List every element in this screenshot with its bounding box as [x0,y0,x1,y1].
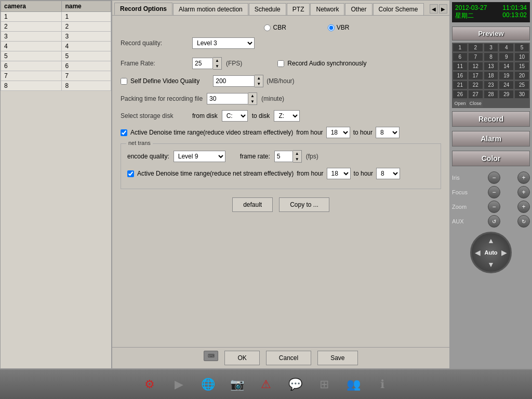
play-icon[interactable]: ▶ [169,375,188,394]
vbr-radio[interactable] [328,24,335,31]
self-define-spinbox[interactable]: ▲ ▼ [213,75,263,87]
denoise2-checkbox[interactable] [127,170,134,177]
joystick-right[interactable]: ▶ [501,248,507,257]
self-define-input[interactable] [213,75,255,87]
frame-rate-down[interactable]: ▼ [213,63,221,69]
cam-cell[interactable]: 2 [468,43,483,52]
table-row[interactable]: 22 [1,22,111,32]
from-disk-select[interactable]: C:D:E: [222,110,248,122]
frame-rate2-input[interactable] [274,151,293,162]
cam-cell[interactable]: 12 [468,62,483,71]
cam-cell[interactable]: 30 [514,90,529,99]
cam-cell[interactable]: 23 [484,81,499,89]
cam-cell[interactable]: 21 [453,81,468,89]
default-button[interactable]: default [232,197,273,212]
ok-button[interactable]: OK [224,351,259,365]
aux-left-button[interactable]: ↺ [488,215,500,228]
frame-rate2-up[interactable]: ▲ [293,151,301,156]
warning-icon[interactable]: ⚠ [257,375,275,394]
cam-cell[interactable]: 20 [514,71,529,80]
info-icon[interactable]: ℹ [373,375,392,394]
packing-time-input[interactable] [207,93,248,104]
cam-cell[interactable]: 7 [468,52,483,61]
vbr-option[interactable]: VBR [328,24,350,31]
cam-cell[interactable]: 26 [453,90,468,99]
tab-record-options[interactable]: Record Options [114,3,172,15]
people-icon[interactable]: 👥 [344,375,363,394]
packing-time-up[interactable]: ▲ [248,93,257,99]
cam-close-button[interactable]: Close [468,99,483,108]
tab-schedule[interactable]: Schedule [249,3,286,15]
settings-icon[interactable]: ⚙ [140,375,159,394]
grid-icon[interactable]: ⊞ [315,375,334,394]
cancel-button[interactable]: Cancel [266,351,311,365]
joystick-down[interactable]: ▼ [487,260,495,269]
record-quality-select[interactable]: Level 3 Level 1 Level 2 Level 4 Level 5 [192,37,255,49]
packing-time-spinbox[interactable]: ▲ ▼ [207,92,257,105]
denoise1-to-select[interactable]: 80612 [376,127,400,138]
cam-cell[interactable]: 24 [499,81,514,89]
tab-other[interactable]: Other [345,3,372,15]
cam-cell[interactable]: 8 [484,52,499,61]
tab-color-scheme[interactable]: Color Scheme [373,3,424,15]
cam-cell[interactable]: 19 [499,71,514,80]
cam-cell[interactable]: 27 [468,90,483,99]
joystick[interactable]: ▲ ▼ ◀ ▶ Auto [470,232,512,273]
table-row[interactable]: 77 [1,71,111,81]
record-audio-checkbox[interactable] [277,60,284,67]
cam-cell[interactable]: 4 [499,43,514,52]
cam-cell[interactable]: 15 [514,62,529,71]
denoise2-from-select[interactable]: 1806 [327,168,351,179]
cam-cell[interactable]: 6 [453,52,468,61]
cam-cell[interactable]: 5 [514,43,529,52]
cam-cell[interactable]: 1 [453,43,468,52]
cam-cell[interactable]: 22 [468,81,483,89]
tab-ptz[interactable]: PTZ [287,3,310,15]
cam-cell[interactable]: 18 [484,71,499,80]
denoise2-to-select[interactable]: 806 [376,168,400,179]
save-button[interactable]: Save [317,351,357,365]
encode-quality-select[interactable]: Level 9Level 1Level 2 [174,151,225,162]
table-row[interactable]: 44 [1,42,111,51]
cbr-radio[interactable] [264,24,271,31]
table-row[interactable]: 33 [1,32,111,42]
self-define-down[interactable]: ▼ [255,81,263,87]
cam-cell[interactable]: 25 [514,81,529,89]
keyboard-button[interactable]: ⌨ [204,351,218,361]
tab-right-arrow[interactable]: ▶ [439,4,447,14]
cam-open-button[interactable]: Open [453,99,468,108]
cam-cell[interactable]: 10 [514,52,529,61]
to-disk-select[interactable]: Z:D:E: [274,110,300,122]
iris-minus-button[interactable]: − [488,171,500,184]
copy-to-button[interactable]: Copy to ... [279,197,329,212]
frame-rate-up[interactable]: ▲ [213,58,221,63]
cam-cell[interactable]: 17 [468,71,483,80]
self-define-checkbox[interactable] [121,78,127,85]
browser-icon[interactable]: 🌐 [198,375,217,394]
chat-icon[interactable]: 💬 [286,375,304,394]
denoise1-from-select[interactable]: 180612 [326,127,350,138]
record-button[interactable]: Record [452,111,530,127]
cam-cell[interactable]: 16 [453,71,468,80]
joystick-up[interactable]: ▲ [487,236,495,245]
zoom-minus-button[interactable]: − [488,201,500,213]
table-row[interactable]: 66 [1,61,111,71]
table-row[interactable]: 55 [1,51,111,61]
iris-plus-button[interactable]: + [517,171,530,184]
table-row[interactable]: 88 [1,81,111,91]
joystick-left[interactable]: ◀ [475,248,481,257]
cam-cell[interactable]: 9 [499,52,514,61]
cam-cell[interactable]: 11 [453,62,468,71]
denoise1-checkbox[interactable] [121,129,127,136]
packing-time-down[interactable]: ▼ [248,99,257,104]
tab-network[interactable]: Network [310,3,344,15]
zoom-plus-button[interactable]: + [517,201,530,213]
color-button[interactable]: Color [452,151,530,166]
cbr-option[interactable]: CBR [264,24,286,31]
focus-plus-button[interactable]: + [517,186,530,198]
alarm-button[interactable]: Alarm [452,131,530,147]
camera-icon[interactable]: 📷 [228,375,246,394]
cam-cell[interactable]: 14 [499,62,514,71]
cam-cell[interactable]: 3 [484,43,499,52]
tab-left-arrow[interactable]: ◀ [430,4,438,14]
